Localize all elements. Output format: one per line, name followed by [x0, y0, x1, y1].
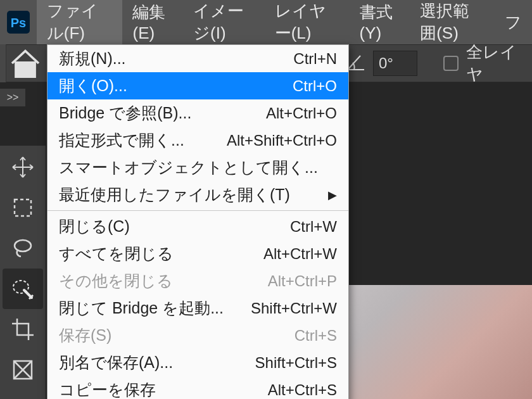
menu-item-shortcut: Ctrl+N	[293, 50, 337, 68]
menu-item-shortcut: Alt+Shift+Ctrl+O	[227, 132, 337, 149]
angle-input[interactable]	[373, 51, 417, 76]
menu-item-label: コピーを保存	[59, 379, 156, 399]
menubar-item-4[interactable]: 書式(Y)	[350, 0, 410, 44]
menu-item-label: 保存(S)	[59, 325, 111, 346]
angle-option	[345, 51, 417, 76]
toolbox	[0, 146, 46, 399]
svg-rect-2	[15, 200, 31, 216]
menu-item-label: 別名で保存(A)...	[59, 352, 173, 373]
file-menu-item-4[interactable]: スマートオブジェクトとして開く...	[48, 154, 348, 181]
frame-tool[interactable]	[3, 350, 43, 390]
eyedropper-tool[interactable]	[3, 390, 43, 399]
file-menu-item-9: その他を閉じるAlt+Ctrl+P	[48, 267, 348, 294]
menubar-item-1[interactable]: 編集(E)	[122, 0, 183, 44]
menu-item-shortcut: Ctrl+O	[293, 77, 337, 95]
quick-selection-tool[interactable]	[3, 269, 43, 309]
file-menu-item-10[interactable]: 閉じて Bridge を起動...Shift+Ctrl+W	[48, 294, 348, 322]
menu-item-label: その他を閉じる	[59, 270, 173, 291]
menu-item-shortcut: Alt+Ctrl+O	[266, 104, 337, 122]
menubar-item-6[interactable]: フ	[495, 0, 532, 44]
menu-item-shortcut: Alt+Ctrl+S	[268, 381, 337, 399]
menu-item-label: 閉じて Bridge を起動...	[59, 298, 224, 319]
menu-item-shortcut: Alt+Ctrl+W	[263, 245, 337, 263]
menu-item-shortcut: Shift+Ctrl+S	[255, 354, 337, 372]
file-menu-item-11: 保存(S)Ctrl+S	[48, 322, 348, 349]
file-menu-item-12[interactable]: 別名で保存(A)...Shift+Ctrl+S	[48, 349, 348, 376]
menu-item-shortcut: Ctrl+S	[294, 327, 337, 345]
file-menu-item-7[interactable]: 閉じる(C)Ctrl+W	[48, 213, 348, 240]
marquee-tool[interactable]	[3, 187, 43, 228]
file-menu-item-1[interactable]: 開く(O)...Ctrl+O	[48, 72, 348, 99]
menu-item-shortcut: Ctrl+W	[290, 218, 337, 236]
file-menu-dropdown: 新規(N)...Ctrl+N開く(O)...Ctrl+OBridge で参照(B…	[47, 44, 349, 399]
menu-item-label: 開く(O)...	[59, 75, 127, 96]
menubar-item-3[interactable]: レイヤー(L)	[265, 0, 350, 44]
menu-item-label: 指定形式で開く...	[59, 130, 184, 151]
file-menu-item-2[interactable]: Bridge で参照(B)...Alt+Ctrl+O	[48, 99, 348, 127]
svg-text:Ps: Ps	[11, 16, 26, 30]
lasso-tool[interactable]	[3, 228, 43, 269]
menu-item-shortcut: Alt+Ctrl+P	[268, 272, 337, 290]
menu-item-label: 閉じる(C)	[59, 216, 130, 237]
menu-separator	[48, 210, 348, 211]
submenu-arrow-icon: ▶	[328, 188, 337, 202]
all-layers-option[interactable]: 全レイヤ	[443, 41, 532, 86]
menu-item-label: すべてを閉じる	[59, 243, 174, 264]
options-grip	[0, 44, 6, 82]
menu-item-label: Bridge で参照(B)...	[59, 103, 191, 124]
file-menu-item-13[interactable]: コピーを保存Alt+Ctrl+S	[48, 376, 348, 399]
move-tool[interactable]	[3, 147, 43, 187]
checkbox-icon[interactable]	[443, 56, 459, 71]
menu-item-label: 最近使用したファイルを開く(T)	[59, 184, 290, 205]
menubar-item-0[interactable]: ファイル(F)	[37, 0, 123, 44]
menu-item-label: 新規(N)...	[59, 48, 126, 69]
collapse-toolbar-button[interactable]: >>	[0, 89, 25, 106]
file-menu-item-0[interactable]: 新規(N)...Ctrl+N	[48, 45, 348, 72]
photoshop-logo: Ps	[0, 0, 37, 44]
file-menu-item-3[interactable]: 指定形式で開く...Alt+Shift+Ctrl+O	[48, 127, 348, 154]
menubar-item-2[interactable]: イメージ(I)	[183, 0, 265, 44]
home-icon[interactable]	[6, 44, 44, 82]
menubar-item-5[interactable]: 選択範囲(S)	[410, 0, 495, 44]
menu-item-shortcut: Shift+Ctrl+W	[251, 300, 337, 317]
menu-item-label: スマートオブジェクトとして開く...	[59, 157, 318, 178]
menubar: Ps ファイル(F)編集(E)イメージ(I)レイヤー(L)書式(Y)選択範囲(S…	[0, 0, 532, 44]
svg-point-3	[15, 240, 31, 251]
file-menu-item-5[interactable]: 最近使用したファイルを開く(T)▶	[48, 181, 348, 208]
file-menu-item-8[interactable]: すべてを閉じるAlt+Ctrl+W	[48, 240, 348, 267]
crop-tool[interactable]	[3, 309, 43, 350]
all-layers-label: 全レイヤ	[466, 41, 532, 86]
